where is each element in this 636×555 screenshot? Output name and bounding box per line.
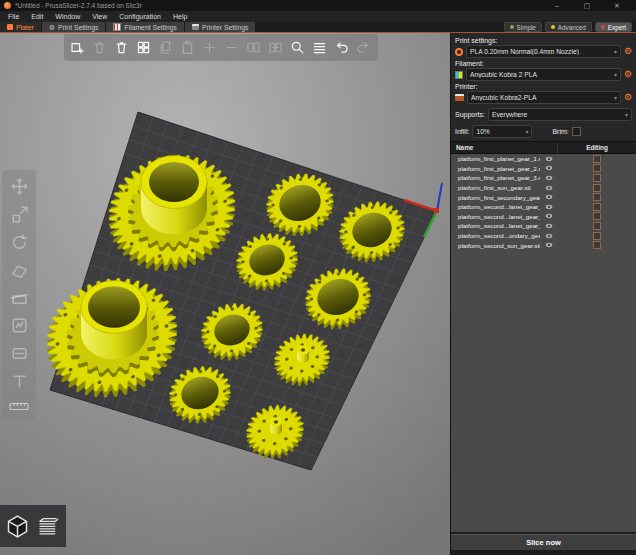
editing-checkbox[interactable] xyxy=(558,241,636,249)
editing-checkbox[interactable] xyxy=(558,155,636,163)
object-name: platform_first_planet_gear_1.stl xyxy=(451,155,540,162)
tabs: Plater⚙Print SettingsFilament SettingsPr… xyxy=(0,22,256,32)
support-paint-icon xyxy=(9,315,30,336)
list-item[interactable]: platform_first_planet_gear_2.stl xyxy=(451,164,636,174)
object-name: platform_second_sun_gear.stl xyxy=(451,242,540,249)
tab-plater[interactable]: Plater xyxy=(0,22,41,32)
printer-icon xyxy=(192,24,199,30)
filament-spool-icon xyxy=(113,23,121,31)
window-controls: – ▢ ✕ xyxy=(542,0,632,11)
app-logo-icon xyxy=(4,2,11,9)
move-icon xyxy=(9,176,30,197)
object-name: platform_second...lanet_gear_3.stl xyxy=(451,222,540,229)
paste-icon xyxy=(177,38,197,58)
object-name: platform_first_planet_gear_3.stl xyxy=(451,174,540,181)
text-icon xyxy=(9,371,30,392)
list-item[interactable]: platform_second...lanet_gear_3.stl xyxy=(451,221,636,231)
tab-printer-settings[interactable]: Printer Settings xyxy=(185,22,255,32)
list-item[interactable]: platform_second...lanet_gear_1.stl xyxy=(451,202,636,212)
slice-now-button[interactable]: Slice now xyxy=(451,534,636,550)
infill-select[interactable]: 10% ▾ xyxy=(472,125,532,138)
menu-item-edit[interactable]: Edit xyxy=(25,11,49,22)
editing-checkbox[interactable] xyxy=(558,164,636,172)
tab-label: Filament Settings xyxy=(124,24,177,31)
list-item[interactable]: platform_first_sun_gear.stl xyxy=(451,183,636,193)
object-name: platform_first_planet_gear_2.stl xyxy=(451,165,540,172)
eye-icon[interactable] xyxy=(540,156,558,162)
editing-checkbox[interactable] xyxy=(558,193,636,201)
menu-item-file[interactable]: File xyxy=(2,11,25,22)
list-item[interactable]: platform_second...lanet_gear_2.stl xyxy=(451,212,636,222)
eye-icon[interactable] xyxy=(540,185,558,191)
top-toolbar xyxy=(64,34,378,61)
editing-checkbox[interactable] xyxy=(558,184,636,192)
list-item[interactable]: platform_first_secondary_gear.stl xyxy=(451,192,636,202)
list-item[interactable]: platform_first_planet_gear_1.stl xyxy=(451,154,636,164)
print-settings-label: Print settings: xyxy=(455,37,632,44)
eye-icon[interactable] xyxy=(540,223,558,229)
mode-simple[interactable]: Simple xyxy=(504,22,542,32)
editing-checkbox[interactable] xyxy=(558,222,636,230)
menu-item-configuration[interactable]: Configuration xyxy=(113,11,167,22)
maximize-button[interactable]: ▢ xyxy=(572,0,602,11)
add-icon[interactable] xyxy=(67,38,87,58)
chevron-down-icon: ▾ xyxy=(625,112,628,118)
mode-expert[interactable]: Expert xyxy=(595,22,632,32)
editing-checkbox[interactable] xyxy=(558,174,636,182)
print-settings-gear-button[interactable]: ⚙ xyxy=(624,47,632,56)
eye-icon[interactable] xyxy=(540,233,558,239)
tab-print-settings[interactable]: ⚙Print Settings xyxy=(42,22,106,32)
menu-item-help[interactable]: Help xyxy=(167,11,193,22)
eye-icon[interactable] xyxy=(540,194,558,200)
editor-view-icon[interactable] xyxy=(4,513,31,540)
eye-icon[interactable] xyxy=(540,204,558,210)
minimize-button[interactable]: – xyxy=(542,0,572,11)
chevron-down-icon: ▾ xyxy=(614,72,617,78)
filament-select[interactable]: Anycubic Kobra 2 PLA ▾ xyxy=(466,68,621,81)
editing-checkbox[interactable] xyxy=(558,232,636,240)
sidebar: Print settings: PLA 0.20mm Normal(0.4mm … xyxy=(450,33,636,555)
printer-gear-button[interactable]: ⚙ xyxy=(624,93,632,102)
editing-checkbox[interactable] xyxy=(558,212,636,220)
redo-icon xyxy=(353,38,373,58)
seam-paint-icon xyxy=(9,343,30,364)
eye-icon[interactable] xyxy=(540,165,558,171)
mode-dot-icon xyxy=(510,25,514,29)
object-list: platform_first_planet_gear_1.stlplatform… xyxy=(451,154,636,532)
filament-gear-button[interactable]: ⚙ xyxy=(624,70,632,79)
delete-all-icon[interactable] xyxy=(111,38,131,58)
mode-label: Expert xyxy=(608,24,626,31)
brim-checkbox[interactable] xyxy=(572,127,581,136)
eye-icon[interactable] xyxy=(540,213,558,219)
layers-icon[interactable] xyxy=(309,38,329,58)
supports-label: Supports: xyxy=(455,111,485,118)
editing-checkbox[interactable] xyxy=(558,203,636,211)
list-item[interactable]: platform_second...ondary_gear.stl xyxy=(451,231,636,241)
print-settings-select[interactable]: PLA 0.20mm Normal(0.4mm Nozzle) ▾ xyxy=(466,45,621,58)
plater-icon xyxy=(7,24,13,30)
editing-column-header: Editing xyxy=(557,143,636,153)
chevron-down-icon: ▾ xyxy=(614,95,617,101)
mode-switch: SimpleAdvancedExpert xyxy=(504,22,636,32)
search-icon[interactable] xyxy=(287,38,307,58)
tab-label: Print Settings xyxy=(58,24,98,31)
view-mode-toggle xyxy=(0,505,66,547)
list-item[interactable]: platform_first_planet_gear_3.stl xyxy=(451,173,636,183)
eye-icon[interactable] xyxy=(540,175,558,181)
printer-icon xyxy=(455,94,464,101)
menu-item-view[interactable]: View xyxy=(86,11,113,22)
preview-layers-icon[interactable] xyxy=(35,513,62,540)
list-item[interactable]: platform_second_sun_gear.stl xyxy=(451,240,636,250)
close-button[interactable]: ✕ xyxy=(602,0,632,11)
gear-icon: ⚙ xyxy=(49,24,55,31)
menu-item-window[interactable]: Window xyxy=(49,11,86,22)
arrange-icon[interactable] xyxy=(133,38,153,58)
mode-advanced[interactable]: Advanced xyxy=(545,22,592,32)
undo-icon[interactable] xyxy=(331,38,351,58)
eye-icon[interactable] xyxy=(540,242,558,248)
tab-filament-settings[interactable]: Filament Settings xyxy=(106,22,184,32)
3d-canvas[interactable] xyxy=(0,33,450,555)
supports-select[interactable]: Everywhere ▾ xyxy=(488,108,632,121)
printer-select[interactable]: Anycubic Kobra2-PLA ▾ xyxy=(467,91,621,104)
tab-label: Printer Settings xyxy=(202,24,248,31)
